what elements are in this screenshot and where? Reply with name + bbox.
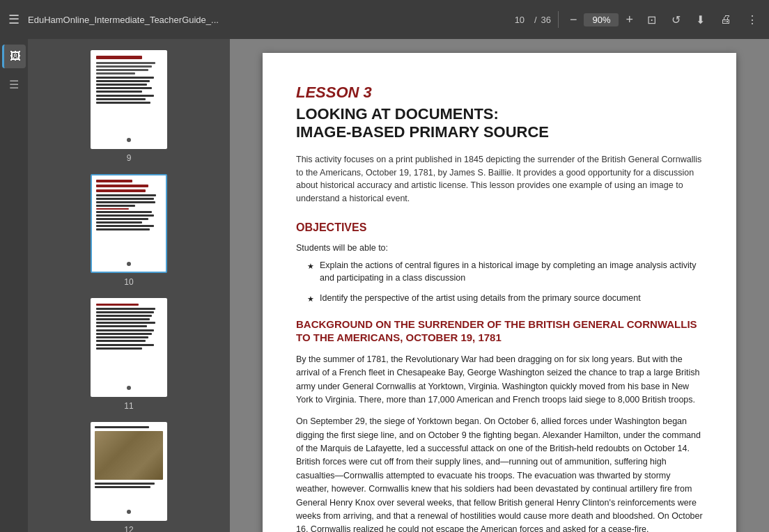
thumbnail-image-12 — [91, 422, 167, 521]
page-separator: / — [534, 15, 537, 25]
zoom-out-button[interactable]: − — [566, 11, 582, 29]
objective-1: Explain the actions of central figures i… — [307, 259, 703, 285]
thumbnail-panel: 9 — [28, 39, 230, 532]
thumbnail-icon: 🖼 — [10, 50, 21, 63]
background-paragraph-1: By the summer of 1781, the Revolutionary… — [296, 353, 703, 407]
download-icon[interactable]: ⬇ — [693, 10, 708, 29]
doc-title: EduHamOnline_Intermediate_TeacherGuide_.… — [28, 15, 219, 25]
sidebar-thumbnail-icon[interactable]: 🖼 — [2, 45, 26, 68]
thumbnail-label-9: 9 — [127, 153, 132, 163]
thumbnail-image-9 — [91, 50, 167, 149]
total-pages: 36 — [541, 15, 551, 25]
zoom-input[interactable] — [584, 13, 619, 26]
sidebar-icons: 🖼 ☰ — [0, 39, 28, 532]
rotate-icon[interactable]: ↺ — [669, 10, 683, 29]
background-paragraph-2: On September 29, the siege of Yorktown b… — [296, 415, 703, 532]
thumbnail-page-10[interactable]: 10 — [28, 169, 230, 292]
print-icon[interactable]: 🖨 — [717, 10, 734, 29]
lesson-number: LESSON 3 — [296, 81, 703, 104]
zoom-in-button[interactable]: + — [621, 11, 637, 29]
fit-page-icon[interactable]: ⊡ — [644, 10, 659, 29]
zoom-control: − + — [566, 11, 637, 29]
objectives-intro-text: Students will be able to: — [296, 242, 703, 255]
page-navigation: / 36 — [509, 15, 551, 25]
toolbar-right: ⊡ ↺ ⬇ 🖨 ⋮ — [644, 10, 761, 29]
page-document: LESSON 3 LOOKING AT DOCUMENTS: IMAGE-BAS… — [263, 53, 736, 532]
main-area: 🖼 ☰ — [0, 39, 769, 532]
lesson-title: LOOKING AT DOCUMENTS: IMAGE-BASED PRIMAR… — [296, 105, 703, 142]
pdf-viewer[interactable]: LESSON 3 LOOKING AT DOCUMENTS: IMAGE-BAS… — [230, 39, 769, 532]
thumbnail-image-10 — [91, 174, 167, 273]
thumbnail-label-10: 10 — [124, 277, 133, 287]
menu-icon[interactable]: ☰ — [8, 12, 20, 27]
thumbnail-page-12[interactable]: 12 — [28, 416, 230, 532]
objective-2: Identify the perspective of the artist u… — [307, 292, 703, 305]
objectives-heading: OBJECTIVES — [296, 219, 703, 236]
list-icon: ☰ — [9, 78, 19, 91]
toolbar-left: ☰ EduHamOnline_Intermediate_TeacherGuide… — [8, 12, 502, 27]
background-heading: BACKGROUND ON THE SURRENDER OF THE BRITI… — [296, 318, 703, 345]
thumbnail-label-12: 12 — [124, 525, 133, 532]
thumbnail-page-9[interactable]: 9 — [28, 45, 230, 169]
thumbnail-image-11 — [91, 298, 167, 397]
more-options-icon[interactable]: ⋮ — [744, 10, 761, 29]
page-number-input[interactable] — [509, 15, 530, 25]
toolbar-center: / 36 − + — [509, 11, 637, 29]
divider — [558, 11, 559, 28]
toolbar: ☰ EduHamOnline_Intermediate_TeacherGuide… — [0, 0, 769, 39]
thumbnail-label-11: 11 — [124, 401, 133, 411]
intro-paragraph: This activity focuses on a print publish… — [296, 153, 703, 205]
sidebar-list-icon[interactable]: ☰ — [2, 72, 26, 96]
thumbnail-page-11[interactable]: 11 — [28, 292, 230, 416]
objectives-list: Explain the actions of central figures i… — [296, 259, 703, 305]
